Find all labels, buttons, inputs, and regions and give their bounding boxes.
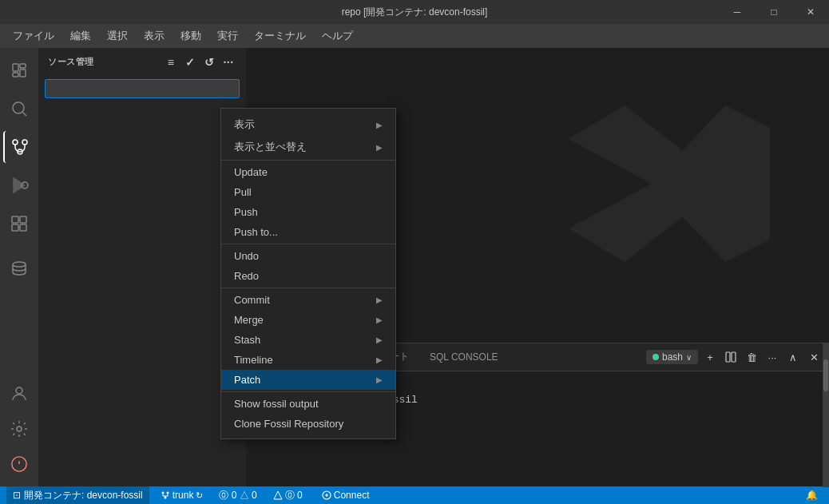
- menu-file[interactable]: ファイル: [6, 26, 61, 46]
- svg-point-23: [161, 492, 164, 494]
- search-input[interactable]: [46, 80, 239, 97]
- context-menu-group-4: Commit ▶ Merge ▶ Stash ▶ Timeline ▶ Patc…: [221, 288, 395, 392]
- status-notification[interactable]: 🔔: [801, 486, 823, 504]
- tab-sql-console[interactable]: SQL CONSOLE: [420, 347, 508, 368]
- terminal-trash-button[interactable]: 🗑: [743, 348, 760, 366]
- activity-run-debug[interactable]: [3, 169, 35, 201]
- chevron-right-icon-5: ▶: [376, 335, 383, 344]
- ctx-item-clone-fossil-label: Clone Fossil Repository: [234, 418, 343, 430]
- terminal-split-button[interactable]: [722, 348, 740, 366]
- vscode-logo-decoration: [557, 72, 781, 296]
- activity-error-badge[interactable]: [3, 448, 35, 480]
- chevron-right-icon-7: ▶: [376, 375, 383, 384]
- svg-point-7: [22, 140, 27, 145]
- activity-source-control[interactable]: [3, 131, 35, 163]
- ctx-item-undo[interactable]: Undo: [221, 246, 395, 266]
- terminal-tab-actions: bash ∨ + 🗑 ··· ∧ ✕: [646, 348, 823, 366]
- terminal-scrollbar[interactable]: [823, 343, 829, 487]
- ctx-item-patch[interactable]: Patch ▶: [221, 370, 395, 390]
- status-container-label: 開発コンテナ: devcon-fossil: [24, 489, 143, 502]
- sidebar-header-actions: ≡ ✓ ↺ ···: [163, 54, 236, 70]
- ctx-item-push-to-label: Push to...: [234, 226, 278, 238]
- svg-rect-3: [20, 69, 26, 77]
- terminal-more-button[interactable]: ···: [764, 348, 781, 366]
- window-title: repo [開発コンテナ: devcon-fossil]: [342, 6, 488, 19]
- activity-explorer[interactable]: [3, 54, 35, 86]
- minimize-button[interactable]: ─: [719, 0, 756, 24]
- menu-terminal[interactable]: ターミナル: [248, 26, 312, 46]
- close-button[interactable]: ✕: [792, 0, 829, 24]
- chevron-right-icon-4: ▶: [376, 315, 383, 324]
- menu-select[interactable]: 選択: [101, 26, 134, 46]
- ctx-item-commit[interactable]: Commit ▶: [221, 290, 395, 310]
- ctx-item-timeline-label: Timeline: [234, 354, 273, 366]
- status-remote-container[interactable]: ⊡ 開発コンテナ: devcon-fossil: [6, 486, 149, 504]
- activity-database[interactable]: [3, 252, 35, 284]
- svg-line-5: [23, 113, 27, 117]
- terminal-scroll-thumb: [823, 359, 828, 391]
- terminal-add-button[interactable]: +: [701, 348, 719, 366]
- terminal-up-button[interactable]: ∧: [784, 348, 802, 366]
- context-menu-group-1: 表示 ▶ 表示と並べ替え ▶: [221, 112, 395, 161]
- activity-settings[interactable]: [3, 413, 35, 445]
- notification-icon: 🔔: [806, 490, 818, 501]
- maximize-button[interactable]: □: [756, 0, 792, 24]
- ctx-item-redo[interactable]: Redo: [221, 266, 395, 286]
- activity-extensions[interactable]: [3, 208, 35, 240]
- ctx-item-pull[interactable]: Pull: [221, 182, 395, 202]
- ctx-item-update[interactable]: Update: [221, 162, 395, 182]
- ctx-item-show-fossil[interactable]: Show fossil output: [221, 394, 395, 414]
- menu-bar: ファイル 編集 選択 表示 移動 実行 ターミナル ヘルプ: [0, 24, 829, 48]
- svg-rect-22: [732, 352, 736, 362]
- sidebar-header: ソース管理 ≡ ✓ ↺ ···: [38, 48, 246, 76]
- sidebar-title: ソース管理: [48, 56, 94, 68]
- shell-active-dot: [652, 354, 659, 360]
- ctx-item-push-to[interactable]: Push to...: [221, 222, 395, 242]
- source-control-search[interactable]: [45, 79, 240, 98]
- title-bar: repo [開発コンテナ: devcon-fossil] ─ □ ✕: [0, 0, 829, 24]
- activity-accounts[interactable]: [3, 378, 35, 410]
- menu-view[interactable]: 表示: [137, 26, 171, 46]
- ctx-item-redo-label: Redo: [234, 270, 259, 282]
- menu-help[interactable]: ヘルプ: [315, 26, 359, 46]
- svg-marker-9: [14, 178, 25, 192]
- svg-point-17: [17, 427, 22, 431]
- svg-rect-11: [12, 216, 18, 223]
- status-errors[interactable]: ⓪ 0 △ 0: [214, 486, 261, 504]
- activity-search[interactable]: [3, 93, 35, 125]
- ctx-item-stash[interactable]: Stash ▶: [221, 330, 395, 350]
- ctx-item-clone-fossil[interactable]: Clone Fossil Repository: [221, 414, 395, 434]
- ctx-item-view-sort-label: 表示と並べ替え: [234, 140, 307, 154]
- ctx-item-view-sort[interactable]: 表示と並べ替え ▶: [221, 136, 395, 158]
- ctx-item-commit-label: Commit: [234, 294, 270, 306]
- svg-rect-13: [12, 224, 18, 231]
- svg-point-6: [13, 140, 18, 145]
- status-errors-label: ⓪ 0 △ 0: [219, 489, 256, 502]
- ctx-item-push[interactable]: Push: [221, 202, 395, 222]
- context-menu-group-5: Show fossil output Clone Fossil Reposito…: [221, 392, 395, 435]
- context-menu: 表示 ▶ 表示と並べ替え ▶ Update Pull Push: [220, 108, 396, 439]
- sidebar: ソース管理 ≡ ✓ ↺ ··· 表示 ▶ 表示と並べ替え ▶: [38, 48, 246, 486]
- menu-go[interactable]: 移動: [174, 26, 208, 46]
- status-branch[interactable]: trunk ↻: [156, 486, 208, 504]
- status-warnings[interactable]: ⓪ 0: [268, 486, 307, 504]
- status-warnings-label: ⓪ 0: [285, 489, 303, 502]
- context-menu-group-3: Undo Redo: [221, 244, 395, 288]
- ctx-item-timeline[interactable]: Timeline ▶: [221, 350, 395, 370]
- ctx-item-view[interactable]: 表示 ▶: [221, 113, 395, 136]
- svg-rect-1: [20, 64, 26, 68]
- svg-point-25: [164, 497, 166, 499]
- bash-label: bash: [662, 351, 683, 363]
- bash-shell-badge[interactable]: bash ∨: [646, 350, 698, 364]
- terminal-close-button[interactable]: ✕: [805, 348, 823, 366]
- ctx-item-merge[interactable]: Merge ▶: [221, 310, 395, 330]
- status-connect[interactable]: Connect: [317, 486, 375, 504]
- svg-point-15: [13, 262, 26, 267]
- sidebar-action-commit[interactable]: ✓: [182, 54, 198, 70]
- menu-run[interactable]: 実行: [211, 26, 244, 46]
- sidebar-action-checklist[interactable]: ≡: [163, 54, 179, 70]
- connect-icon: [322, 490, 331, 500]
- sidebar-action-refresh[interactable]: ↺: [201, 54, 217, 70]
- sidebar-action-more[interactable]: ···: [220, 54, 236, 70]
- menu-edit[interactable]: 編集: [64, 26, 97, 46]
